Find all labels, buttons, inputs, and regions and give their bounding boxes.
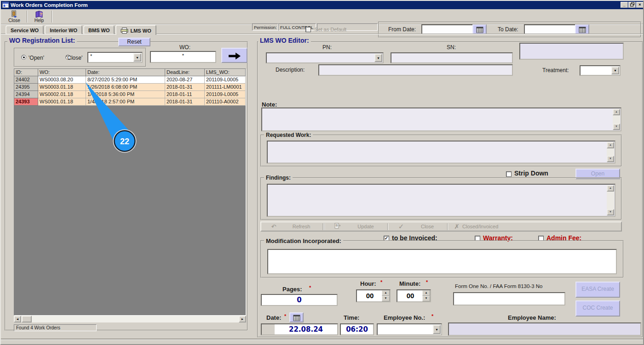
requested-work-textarea[interactable]: ▲ ▼ (267, 141, 615, 164)
column-header-id[interactable]: ID: (14, 69, 38, 76)
search-arrow-button[interactable] (221, 48, 247, 63)
cell-deadline: 2020-08-27 (165, 76, 205, 84)
restore-button[interactable] (628, 2, 636, 8)
scroll-down-button[interactable]: ▼ (607, 156, 614, 162)
note-scrollbar[interactable]: ▲ ▼ (613, 109, 620, 130)
modification-textarea[interactable] (267, 249, 617, 274)
spin-up-icon[interactable]: ▲ (382, 290, 390, 296)
cell-lms-wo: 201110-A0002 (205, 98, 246, 106)
close-button[interactable]: Close (4, 10, 25, 23)
column-header-lms-wo[interactable]: LMS_WO: (205, 69, 246, 76)
toolbar-separator (27, 11, 28, 23)
scroll-down-button[interactable]: ▼ (607, 209, 614, 215)
dropdown-arrow-icon[interactable]: ▼ (611, 67, 619, 74)
reset-button[interactable]: Reset (118, 38, 150, 46)
to-date-calendar-button[interactable] (575, 24, 589, 34)
description-input[interactable] (318, 64, 513, 76)
window-bottom-strip (1, 339, 644, 345)
close-action[interactable]: Close (411, 224, 444, 229)
top-right-field[interactable] (519, 43, 624, 60)
scroll-up-button[interactable]: ▲ (607, 142, 614, 148)
coc-create-button[interactable]: COC Create (575, 300, 620, 317)
minute-spinner[interactable]: 00 ▲ ▼ (397, 289, 431, 302)
from-date-calendar-button[interactable] (472, 24, 487, 34)
closed-invoiced-action[interactable]: Closed/Invoiced (462, 224, 498, 229)
tab-interior-wo[interactable]: Interior WO (45, 25, 82, 34)
employee-name-label: Employee Name: (508, 314, 556, 321)
treatment-dropdown[interactable]: ▼ (580, 65, 621, 76)
requested-work-scrollbar[interactable]: ▲ ▼ (607, 142, 614, 162)
hscroll-thumb[interactable] (22, 316, 32, 322)
date-calendar-button[interactable] (289, 312, 304, 322)
close-window-button[interactable]: × (636, 2, 644, 8)
table-hscrollbar[interactable]: ◄ ► (14, 316, 246, 322)
sn-input[interactable] (391, 52, 513, 63)
tab-label: Service WO (11, 28, 39, 33)
treatment-label: Treatment: (542, 67, 569, 74)
scroll-up-button[interactable]: ▲ (613, 109, 620, 115)
hour-spinner[interactable]: 00 ▲ ▼ (356, 289, 391, 302)
employee-name-input[interactable] (448, 322, 641, 336)
tab-lms-wo[interactable]: LMS WO (115, 25, 156, 35)
table-row[interactable]: 24395 WS0003.01.18 1/26/2018 6:08:00 PM … (14, 84, 246, 91)
minimize-icon: _ (623, 2, 625, 7)
findings-scrollbar[interactable]: ▲ ▼ (607, 185, 614, 215)
cell-deadline: 2018-01-31 (165, 98, 205, 106)
time-input[interactable]: 06:20 (340, 323, 374, 335)
minute-spin-buttons[interactable]: ▲ ▼ (422, 290, 430, 301)
tab-label: BMS WO (88, 28, 109, 33)
form-one-input[interactable] (453, 292, 565, 305)
help-book-icon: ? (35, 11, 43, 18)
pn-dropdown[interactable]: ▼ (266, 52, 384, 63)
column-header-wo[interactable]: WO: (38, 69, 86, 76)
pages-input[interactable]: 0 (261, 294, 338, 306)
set-as-default-checkbox[interactable] (305, 27, 311, 32)
radio-open[interactable] (21, 55, 26, 60)
dropdown-arrow-icon[interactable]: ▼ (133, 53, 141, 62)
column-header-deadline[interactable]: DeadLine: (165, 69, 205, 76)
scroll-up-button[interactable]: ▲ (607, 185, 614, 192)
modification-incorporated-group: Modification Incorporated: (260, 240, 624, 278)
spin-up-icon[interactable]: ▲ (422, 290, 430, 296)
cell-deadline: 2018-01-11 (165, 91, 205, 98)
employee-no-dropdown[interactable]: ▼ (377, 323, 442, 335)
minimize-button[interactable]: _ (621, 2, 628, 8)
calendar-icon (579, 27, 586, 33)
scroll-down-button[interactable]: ▼ (613, 124, 620, 130)
column-header-date[interactable]: Date: (86, 69, 165, 76)
list-filter-dropdown[interactable]: * ▼ (87, 52, 143, 63)
tab-bms-wo[interactable]: BMS WO (83, 25, 115, 34)
table-row[interactable]: 24393 WS0001.01.18 1/4/2018 2:57:00 PM 2… (14, 98, 246, 106)
window-title: Work Orders Completion Form (11, 2, 88, 8)
pn-label: PN: (313, 44, 341, 51)
date-input[interactable]: 22.08.24 (261, 323, 338, 335)
note-textarea[interactable]: ▲ ▼ (261, 107, 621, 131)
spin-down-icon[interactable]: ▼ (422, 296, 430, 301)
cell-deadline: 2018-01-31 (165, 84, 205, 91)
help-button-label: Help (34, 18, 44, 23)
cell-wo: WS0003.08.20 (38, 76, 86, 84)
spin-down-icon[interactable]: ▼ (382, 296, 390, 301)
easa-create-button[interactable]: EASA Create (575, 282, 620, 298)
to-date-label: To Date: (498, 26, 518, 33)
help-button[interactable]: ? Help (29, 10, 50, 23)
scroll-right-button[interactable]: ► (239, 316, 246, 322)
table-row[interactable]: 24402 WS0003.08.20 8/27/2020 5:29:00 PM … (14, 76, 246, 84)
tab-service-wo[interactable]: Service WO (6, 25, 44, 34)
findings-textarea[interactable]: ▲ ▼ (267, 184, 615, 217)
hour-spin-buttons[interactable]: ▲ ▼ (382, 290, 390, 301)
hour-label: Hour: (360, 280, 376, 287)
dropdown-arrow-icon[interactable]: ▼ (433, 325, 441, 334)
radio-open-label: 'Open' (29, 55, 44, 61)
pages-label: Pages: (282, 286, 302, 293)
table-empty-area (14, 106, 246, 315)
date-value: 22.08.24 (275, 325, 337, 334)
update-action[interactable]: Update (347, 224, 384, 229)
cell-lms-wo: 201109-L0005 (205, 76, 246, 84)
refresh-action[interactable]: Refresh (283, 224, 319, 229)
strip-down-checkbox[interactable] (506, 171, 512, 177)
dropdown-arrow-icon[interactable]: ▼ (374, 54, 382, 62)
table-row[interactable]: 24394 WS0002.01.18 1/4/2018 5:36:00 PM 2… (14, 91, 246, 98)
scroll-left-button[interactable]: ◄ (14, 316, 21, 322)
wo-filter-input[interactable]: * (150, 51, 216, 63)
